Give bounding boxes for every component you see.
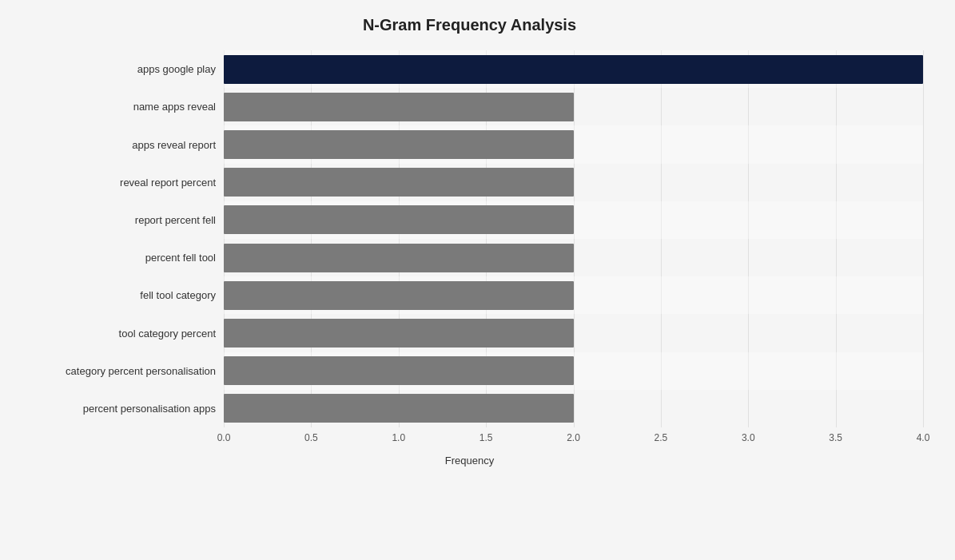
bar-8	[224, 356, 574, 385]
grid-and-bars: apps google playname apps revealapps rev…	[16, 50, 923, 427]
y-label-1: name apps reveal	[16, 88, 224, 125]
bar-1	[224, 93, 574, 121]
y-label-9: percent personalisation apps	[16, 390, 224, 427]
y-label-7: tool category percent	[16, 314, 224, 351]
bar-9	[224, 394, 574, 423]
bar-row-3	[224, 164, 923, 201]
bar-row-7	[224, 314, 923, 351]
y-label-4: report percent fell	[16, 201, 224, 239]
chart-area: apps google playname apps revealapps rev…	[16, 50, 923, 467]
bar-3	[224, 168, 574, 197]
bar-row-9	[224, 390, 923, 427]
chart-container: N-Gram Frequency Analysis apps google pl…	[0, 0, 955, 560]
y-label-3: reveal report percent	[16, 164, 224, 201]
y-label-0: apps google play	[16, 50, 224, 88]
chart-title: N-Gram Frequency Analysis	[16, 16, 923, 34]
x-tick-8: 4.0	[917, 432, 930, 443]
bar-5	[224, 244, 574, 272]
bar-row-4	[224, 201, 923, 239]
grid-line-8	[923, 50, 924, 427]
x-tick-2: 1.0	[392, 432, 405, 443]
x-tick-4: 2.0	[567, 432, 580, 443]
bar-6	[224, 281, 574, 310]
bar-row-6	[224, 276, 923, 314]
bar-2	[224, 130, 574, 159]
bar-rows	[224, 50, 923, 427]
bar-0	[224, 55, 923, 84]
y-label-6: fell tool category	[16, 276, 224, 314]
x-tick-7: 3.5	[829, 432, 842, 443]
y-label-2: apps reveal report	[16, 125, 224, 163]
bars-and-grid	[224, 50, 923, 427]
bar-row-5	[224, 239, 923, 276]
y-label-8: category percent personalisation	[16, 352, 224, 390]
bar-4	[224, 205, 574, 234]
x-tick-1: 0.5	[304, 432, 318, 443]
bar-7	[224, 319, 574, 348]
y-labels: apps google playname apps revealapps rev…	[16, 50, 224, 427]
x-axis: 0.00.51.01.52.02.53.03.54.0	[16, 432, 923, 448]
x-tick-3: 1.5	[479, 432, 493, 443]
bar-row-8	[224, 352, 923, 390]
bar-row-1	[224, 88, 923, 125]
x-tick-5: 2.5	[655, 432, 668, 443]
x-tick-0: 0.0	[217, 432, 231, 443]
bar-row-0	[224, 50, 923, 88]
x-tick-container: 0.00.51.01.52.02.53.03.54.0	[224, 432, 923, 448]
bar-row-2	[224, 125, 923, 163]
y-label-5: percent fell tool	[16, 239, 224, 276]
x-tick-6: 3.0	[742, 432, 755, 443]
x-axis-label: Frequency	[16, 455, 923, 467]
